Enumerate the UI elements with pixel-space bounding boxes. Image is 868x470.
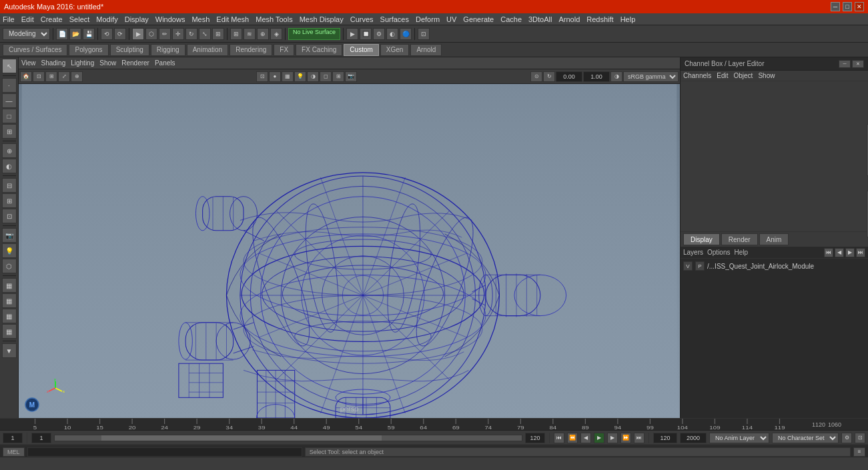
current-frame-input[interactable] bbox=[3, 433, 23, 443]
display-layer-button[interactable]: ⊟ bbox=[2, 178, 17, 193]
channel-box-minimize[interactable]: ─ bbox=[839, 60, 851, 68]
smooth-btn[interactable]: ● bbox=[269, 71, 281, 82]
menu-modify[interactable]: Modify bbox=[96, 15, 117, 23]
open-scene-button[interactable]: 📂 bbox=[69, 28, 81, 40]
step-back-button[interactable]: ◀ bbox=[580, 433, 591, 443]
extra-tool1[interactable]: ⊡ bbox=[418, 28, 430, 40]
select-tool-button[interactable]: ▶ bbox=[132, 28, 144, 40]
range-end-input[interactable] bbox=[525, 433, 545, 443]
range-slider[interactable] bbox=[54, 435, 522, 441]
no-live-surface-button[interactable]: No Live Surface bbox=[288, 28, 340, 40]
menu-deform[interactable]: Deform bbox=[416, 15, 440, 23]
menu-surfaces[interactable]: Surfaces bbox=[380, 15, 409, 23]
render-layer-button[interactable]: ⊞ bbox=[2, 193, 17, 208]
attr2-button[interactable]: ▦ bbox=[2, 293, 17, 308]
viewport-menu-view[interactable]: View bbox=[21, 59, 36, 67]
tab-sculpting[interactable]: Sculpting bbox=[110, 44, 149, 56]
layer-tab-anim[interactable]: Anim bbox=[759, 233, 789, 245]
layer-tab-render[interactable]: Render bbox=[721, 233, 758, 245]
max-frame2-input[interactable] bbox=[680, 433, 707, 443]
isolate-btn[interactable]: ⊙ bbox=[530, 71, 542, 82]
lasso-tool-button[interactable]: ⬡ bbox=[145, 28, 157, 40]
menu-cache[interactable]: Cache bbox=[500, 15, 522, 23]
tab-animation[interactable]: Animation bbox=[187, 44, 228, 56]
menu-edit[interactable]: Edit bbox=[21, 15, 34, 23]
vertex-mode-button[interactable]: · bbox=[2, 78, 17, 93]
light-on-btn[interactable]: 💡 bbox=[294, 71, 306, 82]
viewport-menu-renderer[interactable]: Renderer bbox=[121, 59, 149, 67]
frame-sel-button[interactable]: ⊞ bbox=[45, 71, 57, 82]
mode-dropdown[interactable]: Modeling bbox=[3, 28, 50, 40]
scene-tb-btn[interactable]: ⊡ bbox=[855, 433, 865, 443]
transform-tool-button[interactable]: ⊞ bbox=[212, 28, 224, 40]
light-button[interactable]: 💡 bbox=[2, 243, 17, 258]
viewport-menu-show[interactable]: Show bbox=[99, 59, 116, 67]
range-start-input[interactable] bbox=[31, 433, 51, 443]
attr4-button[interactable]: ▦ bbox=[2, 324, 17, 339]
render-view-button[interactable]: 🔵 bbox=[400, 28, 412, 40]
vp-tb-btn4[interactable]: ⤢ bbox=[58, 71, 70, 82]
prev-key-button[interactable]: ⏪ bbox=[567, 433, 578, 443]
channel-menu-edit[interactable]: Edit bbox=[717, 72, 728, 79]
menu-file[interactable]: File bbox=[3, 15, 15, 23]
layer-p-button[interactable]: P bbox=[695, 261, 705, 271]
max-frame-input[interactable] bbox=[653, 433, 677, 443]
play-forward-button[interactable]: ▶ bbox=[594, 433, 604, 443]
layer-tab-display[interactable]: Display bbox=[683, 233, 720, 245]
uv-mode-button[interactable]: ⊞ bbox=[2, 124, 17, 139]
menu-3dtoa[interactable]: 3DtoAll bbox=[528, 15, 552, 23]
mel-tab[interactable]: MEL bbox=[3, 447, 25, 457]
channel-menu-channels[interactable]: Channels bbox=[683, 72, 711, 79]
camera-button[interactable]: 📷 bbox=[2, 228, 17, 243]
hypershade-button[interactable]: ◐ bbox=[386, 28, 398, 40]
color-space-dropdown[interactable]: sRGB gamma bbox=[623, 71, 679, 82]
3d-viewport[interactable]: persp M x y z bbox=[19, 84, 680, 418]
menu-uv[interactable]: UV bbox=[446, 15, 456, 23]
close-button[interactable]: ✕ bbox=[855, 2, 864, 11]
minimize-button[interactable]: ─ bbox=[831, 2, 840, 11]
misc-button[interactable]: ▼ bbox=[2, 343, 17, 358]
attr1-button[interactable]: ▦ bbox=[2, 278, 17, 293]
soft-select-button[interactable]: ◐ bbox=[2, 159, 17, 173]
next-key-button[interactable]: ⏩ bbox=[620, 433, 631, 443]
menu-mesh-display[interactable]: Mesh Display bbox=[300, 15, 344, 23]
layer-prev-prev-btn[interactable]: ⏮ bbox=[824, 248, 833, 257]
menu-generate[interactable]: Generate bbox=[463, 15, 494, 23]
script-editor-btn[interactable]: ≡ bbox=[853, 447, 865, 457]
xray-btn[interactable]: ◻ bbox=[320, 71, 332, 82]
viewport-menu-panels[interactable]: Panels bbox=[155, 59, 175, 67]
vp-tb-btn5[interactable]: ⊕ bbox=[71, 71, 83, 82]
menu-curves[interactable]: Curves bbox=[350, 15, 374, 23]
tab-custom[interactable]: Custom bbox=[344, 44, 378, 56]
tab-rigging[interactable]: Rigging bbox=[151, 44, 185, 56]
snap-button[interactable]: ⊕ bbox=[2, 143, 17, 158]
new-scene-button[interactable]: 📄 bbox=[56, 28, 68, 40]
step-forward-button[interactable]: ▶ bbox=[607, 433, 618, 443]
layer-next-btn[interactable]: ▶ bbox=[845, 248, 855, 257]
maximize-button[interactable]: □ bbox=[843, 2, 852, 11]
paint-tool-button[interactable]: ✏ bbox=[159, 28, 171, 40]
go-end-button[interactable]: ⏭ bbox=[634, 433, 644, 443]
menu-arnold[interactable]: Arnold bbox=[558, 15, 580, 23]
redo-button[interactable]: ⟳ bbox=[114, 28, 126, 40]
channel-menu-object[interactable]: Object bbox=[734, 72, 753, 79]
mel-input[interactable] bbox=[27, 447, 302, 457]
menu-mesh-tools[interactable]: Mesh Tools bbox=[256, 15, 292, 23]
menu-display[interactable]: Display bbox=[125, 15, 149, 23]
scale-tool-button[interactable]: ⤡ bbox=[199, 28, 211, 40]
snap-grid-button[interactable]: ⊞ bbox=[230, 28, 242, 40]
menu-help[interactable]: Help bbox=[620, 15, 636, 23]
layer-visibility-button[interactable]: V bbox=[683, 261, 693, 271]
viewport-menu-shading[interactable]: Shading bbox=[41, 59, 66, 67]
frame-all-button[interactable]: ⊡ bbox=[33, 71, 45, 82]
edge-mode-button[interactable]: — bbox=[2, 93, 17, 108]
anim-layer-dropdown[interactable]: No Anim Layer bbox=[709, 433, 769, 443]
channel-menu-show[interactable]: Show bbox=[758, 72, 775, 79]
snap-point-button[interactable]: ⊕ bbox=[257, 28, 269, 40]
polygon-button[interactable]: ⬡ bbox=[2, 259, 17, 273]
rotate-tool-button[interactable]: ↻ bbox=[185, 28, 197, 40]
shadow-btn[interactable]: ◑ bbox=[307, 71, 319, 82]
attr3-button[interactable]: ▦ bbox=[2, 309, 17, 323]
playback-settings-btn[interactable]: ⚙ bbox=[841, 433, 852, 443]
menu-windows[interactable]: Windows bbox=[155, 15, 185, 23]
